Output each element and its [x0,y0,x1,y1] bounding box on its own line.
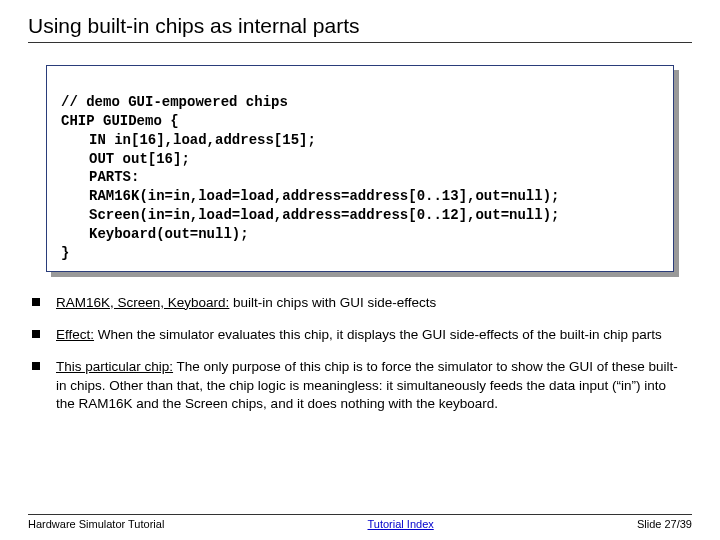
code-content: // demo GUI-empowered chips CHIP GUIDemo… [46,65,674,272]
bullet-icon [32,298,40,306]
bullet-uline: Effect: [56,327,94,342]
footer-left: Hardware Simulator Tutorial [28,518,164,530]
bullet-list: RAM16K, Screen, Keyboard: built-in chips… [32,294,688,413]
bullet-rest: built-in chips with GUI side-effects [229,295,436,310]
bullet-item: RAM16K, Screen, Keyboard: built-in chips… [32,294,688,312]
code-line: Keyboard(out=null); [61,225,659,244]
bullet-text: RAM16K, Screen, Keyboard: built-in chips… [56,294,688,312]
bullet-rest: When the simulator evaluates this chip, … [94,327,662,342]
code-line: CHIP GUIDemo { [61,113,179,129]
code-line: } [61,245,69,261]
code-line: Screen(in=in,load=load,address=address[0… [61,206,659,225]
code-line: // demo GUI-empowered chips [61,94,288,110]
bullet-text: Effect: When the simulator evaluates thi… [56,326,688,344]
code-line: IN in[16],load,address[15]; [61,131,659,150]
bullet-icon [32,362,40,370]
code-line: RAM16K(in=in,load=load,address=address[0… [61,187,659,206]
bullet-uline: RAM16K, Screen, Keyboard: [56,295,229,310]
bullet-uline: This particular chip: [56,359,173,374]
code-line: OUT out[16]; [61,150,659,169]
code-block: // demo GUI-empowered chips CHIP GUIDemo… [46,65,674,272]
bullet-item: This particular chip: The only purpose o… [32,358,688,413]
bullet-text: This particular chip: The only purpose o… [56,358,688,413]
code-line: PARTS: [61,168,659,187]
bullet-icon [32,330,40,338]
bullet-item: Effect: When the simulator evaluates thi… [32,326,688,344]
slide-title: Using built-in chips as internal parts [28,14,692,43]
slide-number: Slide 27/39 [637,518,692,530]
footer: Hardware Simulator Tutorial Tutorial Ind… [28,514,692,530]
tutorial-index-link[interactable]: Tutorial Index [368,518,434,530]
